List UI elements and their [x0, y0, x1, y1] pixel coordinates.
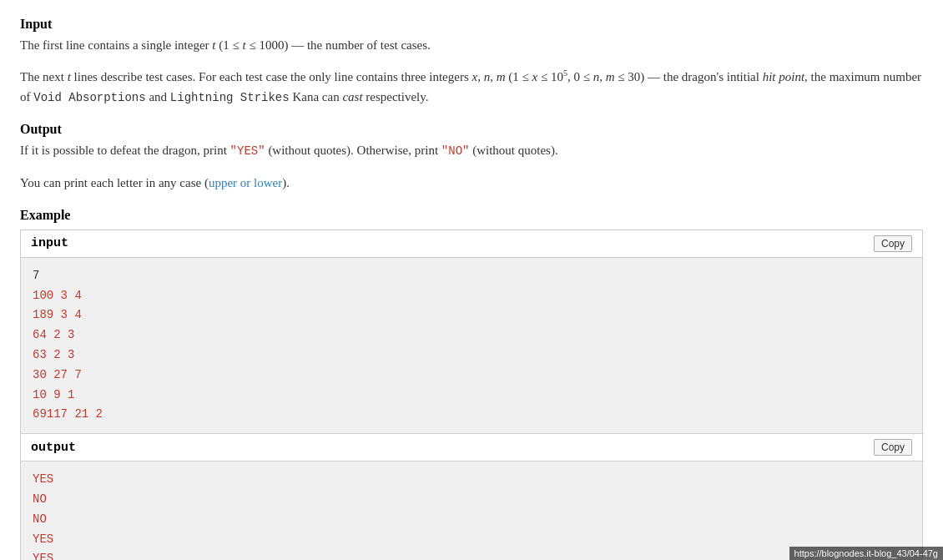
input-line-3: 64 2 3	[33, 328, 74, 341]
output-title: Output	[20, 122, 923, 137]
output-paragraph-2: You can print each letter in any case (u…	[20, 173, 923, 193]
example-title: Example	[20, 208, 923, 223]
input-line-5: 30 27 7	[33, 368, 82, 381]
output-code-block: output Copy YES NO NO YES YES YES YES	[20, 434, 923, 560]
input-code-header: input Copy	[21, 230, 922, 258]
input-copy-button[interactable]: Copy	[874, 235, 912, 252]
input-code-block: input Copy 7 100 3 4 189 3 4 64 2 3 63 2…	[20, 230, 923, 434]
input-section: Input The first line contains a single i…	[20, 17, 923, 107]
yes-code: "YES"	[230, 144, 265, 158]
var-m2: m	[606, 70, 615, 83]
var-n2: n	[593, 70, 600, 83]
input-paragraph-1: The first line contains a single integer…	[20, 35, 923, 55]
output-code-body: YES NO NO YES YES YES YES	[21, 462, 922, 560]
input-code-body: 7 100 3 4 189 3 4 64 2 3 63 2 3 30 27 7 …	[21, 258, 922, 433]
cast-italic: cast	[342, 90, 362, 103]
output-copy-button[interactable]: Copy	[874, 439, 912, 456]
output-section: Output If it is possible to defeat the d…	[20, 122, 923, 192]
lightning-strikes-code: Lightning Strikes	[170, 91, 290, 104]
output-paragraph-1: If it is possible to defeat the dragon, …	[20, 140, 923, 160]
upper-or-lower: upper or lower	[209, 176, 282, 189]
var-x: x	[472, 70, 478, 83]
var-n: n	[484, 70, 491, 83]
output-line-2: NO	[33, 492, 47, 506]
void-absorptions-code: Void Absorptions	[33, 91, 145, 104]
input-line-1: 100 3 4	[33, 289, 82, 302]
var-t3: t	[68, 70, 71, 83]
example-section: Example input Copy 7 100 3 4 189 3 4 64 …	[20, 208, 923, 560]
input-line-7: 69117 21 2	[33, 407, 103, 421]
input-label: input	[31, 236, 68, 250]
var-m: m	[497, 70, 506, 83]
output-line-4: YES	[33, 532, 53, 546]
input-line-0: 7	[33, 269, 39, 282]
output-label: output	[31, 441, 76, 455]
input-line-4: 63 2 3	[33, 348, 74, 361]
input-paragraph-2: The next t lines describe test cases. Fo…	[20, 67, 923, 107]
var-x2: x	[532, 70, 538, 83]
output-line-3: NO	[33, 512, 47, 526]
output-code-header: output Copy	[21, 434, 922, 462]
output-line-5: YES	[33, 552, 53, 560]
var-t: t	[212, 38, 215, 52]
hit-point-italic: hit point	[763, 70, 804, 83]
input-title: Input	[20, 17, 923, 32]
input-line-6: 10 9 1	[33, 388, 74, 401]
output-line-1: YES	[33, 472, 53, 486]
no-code: "NO"	[441, 144, 470, 158]
var-t2: t	[243, 38, 246, 52]
url-bar: https://blognodes.it-blog_43/04-47g	[789, 547, 943, 560]
input-line-2: 189 3 4	[33, 308, 82, 321]
